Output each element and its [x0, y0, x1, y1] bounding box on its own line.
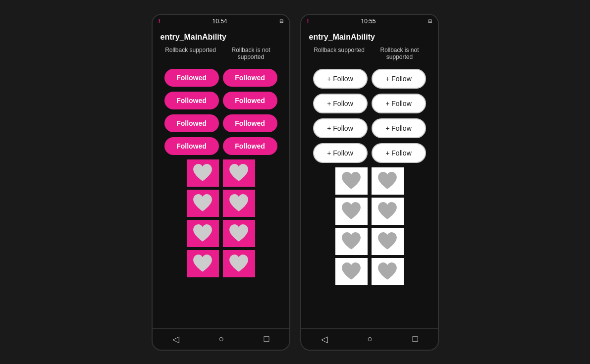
follow-btn-4-right[interactable]: + Follow	[372, 143, 426, 163]
recents-button-right[interactable]: □	[413, 334, 418, 344]
heart-icon-4-left-r	[341, 262, 362, 281]
heart-icon-1-right-r	[377, 171, 398, 190]
followed-btn-2-right[interactable]: Followed	[223, 92, 277, 109]
btn-row-4-right-phone: + Follow + Follow	[307, 143, 432, 163]
heart-3-left-r[interactable]	[335, 228, 368, 255]
col-left-header-right: Rollback supported	[309, 47, 370, 60]
heart-icon-4-right-r	[377, 262, 398, 281]
heart-icon-3-right-r	[377, 232, 398, 251]
heart-2-right-r[interactable]	[372, 198, 404, 225]
heart-4-left-r[interactable]	[335, 258, 368, 285]
heart-2-left-r[interactable]	[335, 198, 368, 225]
btn-row-3-right-phone: + Follow + Follow	[307, 118, 432, 138]
follow-btn-3-right[interactable]: + Follow	[372, 118, 426, 138]
heart-2-left[interactable]	[187, 190, 219, 217]
heart-icon-3-left	[192, 224, 213, 243]
heart-icon-2-right	[228, 194, 249, 212]
heart-icon-3-right	[228, 224, 249, 243]
columns-header-left: Rollback supported Rollback is not suppo…	[153, 45, 289, 62]
phones-container: ! 10.54 ⊟ entry_MainAbility Rollback sup…	[152, 14, 439, 351]
home-button-left[interactable]: ○	[219, 334, 224, 344]
home-button-right[interactable]: ○	[368, 334, 373, 344]
heart-col-right-right	[372, 167, 404, 285]
btn-row-2-left: Followed Followed	[159, 92, 283, 109]
heart-col-left	[187, 159, 219, 277]
back-button-left[interactable]: ◁	[172, 334, 179, 345]
followed-btn-2-left[interactable]: Followed	[164, 92, 219, 109]
btn-row-1-right-phone: + Follow + Follow	[307, 69, 432, 89]
hearts-section-right	[307, 167, 432, 285]
phone-right-content: + Follow + Follow + Follow + Follow + Fo…	[301, 62, 438, 328]
heart-3-left[interactable]	[187, 220, 219, 247]
btn-row-4-left: Followed Followed	[159, 137, 283, 155]
heart-icon-1-left-r	[341, 171, 362, 190]
follow-btn-2-right[interactable]: + Follow	[372, 94, 426, 113]
heart-icon-1-right	[228, 163, 249, 182]
followed-btn-1-right[interactable]: Followed	[223, 69, 277, 87]
app-title-right: entry_MainAbility	[301, 28, 438, 45]
heart-icon-4-right	[228, 254, 249, 273]
heart-1-left-r[interactable]	[335, 167, 368, 195]
heart-1-left[interactable]	[187, 159, 219, 187]
follow-btn-4-left[interactable]: + Follow	[313, 143, 368, 163]
col-right-header-right: Rollback is not supported	[370, 47, 430, 60]
heart-icon-2-left	[192, 194, 213, 212]
heart-2-right[interactable]	[223, 190, 255, 217]
heart-icon-2-right-r	[377, 202, 398, 220]
nav-bar-left: ◁ ○ □	[153, 328, 289, 350]
heart-4-right[interactable]	[223, 250, 255, 277]
heart-4-left[interactable]	[187, 250, 219, 277]
follow-btn-3-left[interactable]: + Follow	[313, 118, 368, 138]
followed-btn-4-right[interactable]: Followed	[223, 137, 277, 155]
notification-icon-left: !	[159, 18, 161, 25]
followed-btn-1-left[interactable]: Followed	[164, 69, 219, 87]
recents-button-left[interactable]: □	[264, 334, 269, 344]
columns-header-right: Rollback supported Rollback is not suppo…	[301, 45, 438, 62]
back-button-right[interactable]: ◁	[321, 334, 328, 345]
hearts-section-left	[159, 159, 283, 277]
btn-row-2-right-phone: + Follow + Follow	[307, 94, 432, 113]
heart-3-right[interactable]	[223, 220, 255, 247]
followed-btn-3-left[interactable]: Followed	[164, 114, 219, 132]
heart-icon-4-left	[192, 254, 213, 273]
heart-icon-2-left-r	[341, 202, 362, 220]
heart-3-right-r[interactable]	[372, 228, 404, 255]
battery-icon-right: ⊟	[428, 18, 432, 24]
notification-icon-right: !	[307, 18, 309, 25]
col-right-header: Rollback is not supported	[221, 47, 281, 60]
nav-bar-right: ◁ ○ □	[301, 328, 438, 350]
heart-icon-3-left-r	[341, 232, 362, 251]
status-bar-right: ! 10:55 ⊟	[301, 15, 438, 28]
phone-left: ! 10.54 ⊟ entry_MainAbility Rollback sup…	[152, 14, 290, 351]
heart-1-right[interactable]	[223, 159, 255, 187]
heart-col-left-right	[335, 167, 368, 285]
time-right: 10:55	[361, 18, 375, 25]
follow-btn-1-right[interactable]: + Follow	[372, 69, 426, 89]
phone-left-content: Followed Followed Followed Followed Foll…	[153, 62, 289, 328]
heart-4-right-r[interactable]	[372, 258, 404, 285]
follow-btn-1-left[interactable]: + Follow	[313, 69, 368, 89]
app-title-left: entry_MainAbility	[153, 28, 289, 45]
status-bar-left: ! 10.54 ⊟	[153, 15, 289, 28]
heart-col-right	[223, 159, 255, 277]
btn-row-1-left: Followed Followed	[159, 69, 283, 87]
phone-right: ! 10:55 ⊟ entry_MainAbility Rollback sup…	[300, 14, 439, 351]
heart-icon-1-left	[192, 163, 213, 182]
battery-icon-left: ⊟	[279, 18, 283, 24]
followed-btn-4-left[interactable]: Followed	[164, 137, 219, 155]
btn-row-3-left: Followed Followed	[159, 114, 283, 132]
time-left: 10.54	[212, 18, 227, 25]
col-left-header: Rollback supported	[161, 47, 221, 60]
heart-1-right-r[interactable]	[372, 167, 404, 195]
followed-btn-3-right[interactable]: Followed	[223, 114, 277, 132]
follow-btn-2-left[interactable]: + Follow	[313, 94, 368, 113]
